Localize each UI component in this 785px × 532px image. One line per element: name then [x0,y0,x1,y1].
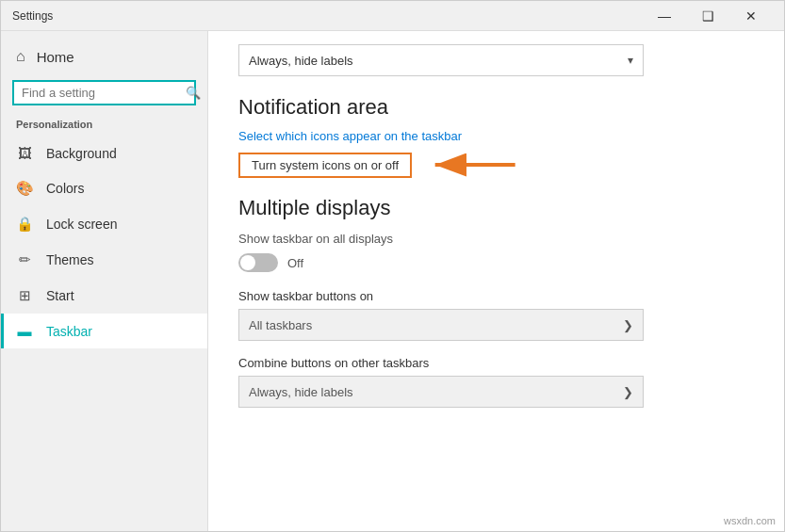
select-icons-link[interactable]: Select which icons appear on the taskbar [238,129,754,143]
lock-screen-icon: 🔒 [16,216,33,233]
show-taskbar-label: Show taskbar on all displays [238,232,754,246]
title-bar: Settings — ❑ ✕ [1,1,784,31]
sidebar-item-lock-screen[interactable]: 🔒 Lock screen [1,206,207,242]
search-icon: 🔍 [186,86,201,100]
notification-area-title: Notification area [238,95,754,120]
colors-icon: 🎨 [16,180,33,197]
start-icon: ⊞ [16,287,33,304]
combine-buttons-label: Combine buttons on other taskbars [238,356,754,370]
toggle-label: Off [287,256,303,270]
minimize-button[interactable]: — [643,1,686,31]
window-title: Settings [12,9,643,23]
arrow-indicator [429,151,523,179]
show-buttons-label: Show taskbar buttons on [238,289,754,303]
window-content: ⌂ Home 🔍 Personalization 🖼 Background 🎨 … [1,31,784,531]
search-input[interactable] [22,86,180,100]
show-buttons-dropdown[interactable]: All taskbars ❯ [238,309,644,341]
show-buttons-arrow: ❯ [623,318,633,332]
combine-buttons-arrow: ❯ [623,385,633,399]
toggle-thumb [240,255,255,270]
home-icon: ⌂ [16,48,25,65]
sidebar-item-taskbar[interactable]: ▬ Taskbar [1,314,207,348]
sidebar-item-colors[interactable]: 🎨 Colors [1,170,207,206]
window-controls: — ❑ ✕ [643,1,773,31]
sidebar-item-home[interactable]: ⌂ Home [1,39,207,74]
show-buttons-value: All taskbars [249,318,312,332]
sidebar-item-start[interactable]: ⊞ Start [1,278,207,314]
top-dropdown[interactable]: Always, hide labels ▾ [238,44,644,76]
combine-buttons-dropdown[interactable]: Always, hide labels ❯ [238,376,644,408]
sidebar-section-label: Personalization [1,115,207,136]
top-dropdown-value: Always, hide labels [249,54,353,68]
main-content: Always, hide labels ▾ Notification area … [208,31,784,531]
close-button[interactable]: ✕ [729,1,773,31]
toggle-row: Off [238,253,754,272]
multiple-displays-title: Multiple displays [238,196,754,220]
watermark: wsxdn.com [724,515,776,526]
show-taskbar-toggle[interactable] [238,253,278,272]
system-icons-row: Turn system icons on or off [238,151,754,179]
maximize-button[interactable]: ❑ [686,1,729,31]
notification-area-section: Notification area Select which icons app… [238,95,754,179]
sidebar-item-themes[interactable]: ✏ Themes [1,242,207,278]
combine-buttons-value: Always, hide labels [249,385,353,399]
search-box: 🔍 [12,80,196,105]
themes-icon: ✏ [16,251,33,268]
background-icon: 🖼 [16,145,33,161]
arrow-svg [429,151,523,179]
home-label: Home [37,49,74,65]
taskbar-icon: ▬ [16,323,33,339]
sidebar: ⌂ Home 🔍 Personalization 🖼 Background 🎨 … [1,31,208,531]
sidebar-item-background[interactable]: 🖼 Background [1,136,207,170]
multiple-displays-section: Multiple displays Show taskbar on all di… [238,196,754,408]
turn-system-icons-link[interactable]: Turn system icons on or off [238,153,412,178]
top-dropdown-arrow: ▾ [628,54,633,67]
settings-window: Settings — ❑ ✕ ⌂ Home 🔍 Personalization … [0,0,785,532]
top-dropdown-row: Always, hide labels ▾ [238,31,754,91]
